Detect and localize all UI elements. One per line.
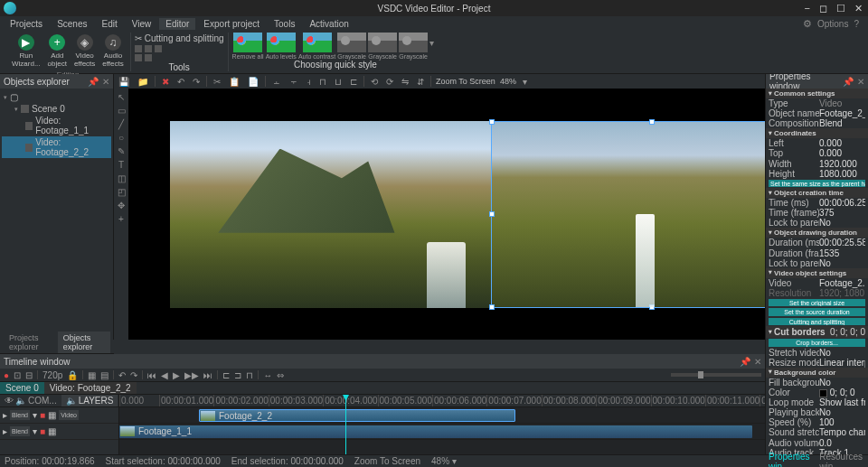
tree-item-1[interactable]: Video: Footage_2_2 [2, 136, 111, 158]
sec-drawing[interactable]: Object drawing duration [766, 228, 868, 238]
tab-objects-explorer[interactable]: Objects explorer [58, 332, 110, 353]
btn-crop-borders[interactable]: Crop borders... [769, 339, 865, 346]
menu-tools[interactable]: Tools [268, 18, 301, 30]
tb-align-2[interactable]: ⫟ [288, 77, 300, 87]
prop-pin-icon[interactable]: 📌 [843, 77, 854, 87]
tb-align-5[interactable]: ⊔ [333, 77, 344, 87]
tab-projects-explorer[interactable]: Projects explorer [4, 332, 58, 353]
track-row-1[interactable]: Footage_1_1 [119, 424, 765, 440]
options-link[interactable]: Options [817, 19, 848, 29]
crumb-scene[interactable]: Scene 0 [0, 382, 44, 394]
tab-layers[interactable]: 🔈LAYERS [61, 395, 118, 406]
menu-scenes[interactable]: Scenes [51, 18, 93, 30]
sec-creation[interactable]: Object creation time [766, 188, 868, 198]
tb-delete-icon[interactable]: ✖ [160, 77, 171, 87]
add-object-button[interactable]: +Addobject [46, 33, 69, 70]
tl-fit-1[interactable]: ↔ [263, 370, 272, 380]
tb-redo-icon[interactable]: ↷ [191, 77, 202, 87]
tl-undo[interactable]: ↶ [118, 370, 126, 380]
tl-pin-icon[interactable]: 📌 [740, 357, 750, 367]
btn-cutting-splitting[interactable]: Cutting and splitting [769, 318, 865, 325]
sec-bg[interactable]: Background color [766, 368, 868, 378]
zoom-dropdown-icon[interactable]: ▾ [521, 77, 529, 87]
style-more[interactable]: ▾ [429, 33, 439, 60]
tree-scene[interactable]: ▾Scene 0 [2, 103, 111, 115]
tb-flip-v[interactable]: ⇵ [415, 77, 426, 87]
tab-resources-win[interactable]: Resources win... [816, 452, 868, 468]
tl-end-icon[interactable]: ⏭ [203, 370, 212, 380]
zoom-value[interactable]: 48% [500, 77, 516, 86]
tl-zoom-slider[interactable] [671, 373, 761, 377]
tb-align-3[interactable]: ⫞ [305, 77, 313, 87]
tool-icon-3[interactable] [155, 45, 162, 52]
run-wizard-button[interactable]: ▶RunWizard... [10, 33, 42, 70]
sec-cut[interactable]: Cut borders0; 0; 0; 0 [766, 326, 868, 338]
tool-icon-1[interactable] [135, 45, 142, 52]
style-grayscale-3[interactable]: Grayscale [399, 33, 428, 60]
tool-crop-icon[interactable]: ◰ [118, 187, 126, 197]
style-auto-contrast[interactable]: Auto contrast [298, 33, 335, 60]
menu-view[interactable]: View [126, 18, 158, 30]
tool-pen-icon[interactable]: ✎ [118, 146, 125, 156]
tl-snap2-icon[interactable]: ⊟ [25, 370, 33, 380]
tool-text-icon[interactable]: T [118, 160, 124, 170]
tb-rotate-r[interactable]: ⟳ [384, 77, 395, 87]
menu-activation[interactable]: Activation [303, 18, 354, 30]
zoom-mode[interactable]: Zoom To Screen [436, 77, 495, 86]
tb-paste-icon[interactable]: 📄 [246, 77, 260, 87]
tb-save-icon[interactable]: 💾 [117, 77, 131, 87]
close-icon[interactable]: ✕ [854, 3, 863, 14]
tool-icon-4[interactable] [135, 54, 142, 61]
timeline-ruler[interactable]: 0.00000:00:01.00000:00:02.00000:00:03.00… [119, 395, 765, 407]
tb-flip-h[interactable]: ⇋ [400, 77, 410, 87]
video-preview[interactable] [170, 121, 812, 308]
tree-root[interactable]: ▾▢ [2, 91, 111, 103]
tl-snap-icon[interactable]: ⊡ [14, 370, 21, 380]
prop-close-icon[interactable]: ✕ [857, 77, 864, 87]
menu-projects[interactable]: Projects [4, 18, 49, 30]
audio-effects-button[interactable]: ♫Audioeffects [100, 33, 125, 70]
tab-com[interactable]: 👁🔈COM... [0, 395, 61, 406]
tl-lock-icon[interactable]: 🔒 [67, 370, 78, 380]
sec-video[interactable]: Video object settings [766, 268, 868, 278]
tb-align-1[interactable]: ⫠ [270, 77, 283, 87]
explorer-pin-icon[interactable]: 📌 [88, 77, 99, 87]
tb-undo-icon[interactable]: ↶ [175, 77, 186, 87]
tool-icon-2[interactable] [145, 45, 152, 52]
btn-original-size[interactable]: Set the original size [769, 299, 865, 306]
tool-icon-5[interactable] [145, 54, 152, 61]
tl-prev-icon[interactable]: ◀ [161, 370, 168, 380]
sec-coords[interactable]: Coordinates [766, 128, 868, 138]
menu-editor[interactable]: Editor [159, 18, 195, 30]
maximize-icon[interactable]: ☐ [836, 3, 845, 14]
tool-pointer-icon[interactable]: ↖ [118, 92, 125, 102]
clip-footage-2-2[interactable]: Footage_2_2 [199, 409, 515, 422]
tool-plus-icon[interactable]: + [118, 214, 124, 224]
crumb-video[interactable]: Video: Footage_2_2 [44, 382, 137, 394]
tl-marker-3[interactable]: ⊓ [246, 370, 253, 380]
tl-grid-2[interactable]: ▤ [100, 370, 108, 380]
sec-common[interactable]: Common settings [766, 89, 868, 98]
minimize-icon[interactable]: − [805, 3, 810, 14]
help-icon[interactable]: ? [854, 19, 859, 29]
tree-item-0[interactable]: Video: Footage_1_1 [2, 115, 111, 136]
tl-marker-1[interactable]: ⊏ [222, 370, 230, 380]
tool-line-icon[interactable]: ╱ [118, 119, 124, 129]
tool-move-icon[interactable]: ✥ [118, 201, 125, 210]
cutting-splitting-tool[interactable]: ✂Cutting and splitting [135, 33, 224, 44]
style-remove-all[interactable]: Remove all [232, 33, 264, 60]
explorer-close-icon[interactable]: ✕ [102, 77, 109, 87]
restore-icon[interactable]: ◻ [819, 3, 827, 14]
track-hdr-0[interactable]: ▸Blend▾■▦Video [0, 407, 118, 424]
tl-res[interactable]: 720p [42, 370, 62, 380]
tool-chart-icon[interactable]: ◫ [118, 173, 126, 183]
tl-marker-2[interactable]: ⊐ [234, 370, 241, 380]
btn-same-size[interactable]: Set the same size as the parent has [769, 180, 865, 187]
gear-icon[interactable]: ⚙ [803, 18, 812, 30]
tl-redo[interactable]: ↷ [130, 370, 137, 380]
object-name-value[interactable]: Footage_2_2 [819, 108, 865, 118]
tb-open-icon[interactable]: 📁 [136, 77, 150, 87]
tool-rect-icon[interactable]: ▭ [118, 106, 126, 116]
tl-close-icon[interactable]: ✕ [754, 357, 761, 367]
btn-source-duration[interactable]: Set the source duration [769, 308, 865, 315]
